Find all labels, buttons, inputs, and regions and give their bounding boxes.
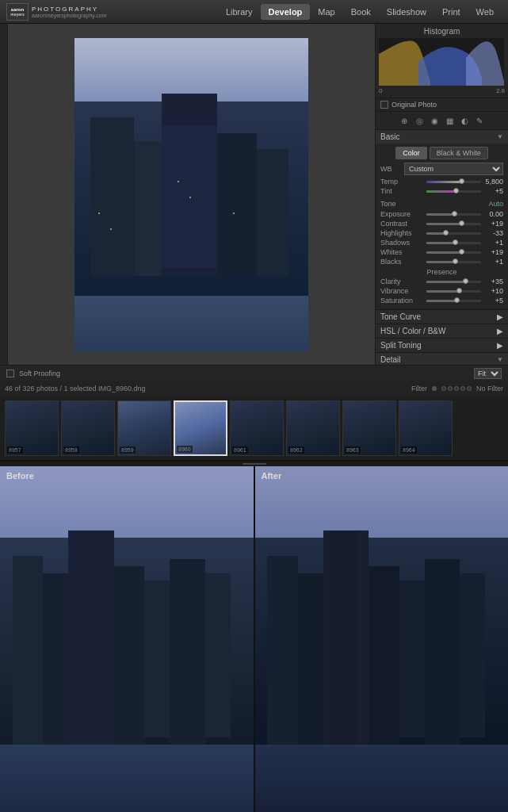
tab-library[interactable]: Library (218, 4, 261, 20)
original-photo-label: Original Photo (392, 101, 437, 109)
tone-curve-section[interactable]: Tone Curve ▶ (376, 310, 508, 324)
highlights-slider[interactable] (426, 232, 481, 235)
filmstrip-thumb-2[interactable]: 8958 (61, 400, 115, 456)
temp-row: Temp 5,800 (380, 178, 503, 186)
filmstrip-thumb-4-label: 8960 (177, 446, 193, 453)
nav-info: 46 of 326 photos / 1 selected IMG_8960.d… (5, 385, 146, 393)
before-building-3 (68, 530, 114, 745)
filmstrip-thumb-7-label: 8963 (345, 446, 361, 454)
blacks-slider[interactable] (426, 261, 481, 263)
vibrance-slider[interactable] (426, 290, 481, 293)
filmstrip-thumb-3[interactable]: 8959 (117, 400, 171, 456)
main-photo (74, 38, 308, 351)
basic-section-content: Color Black & White WB As Shot Custom Te… (376, 144, 508, 309)
photo-water (74, 296, 308, 351)
auto-btn[interactable]: Auto (488, 200, 503, 208)
after-photo (255, 466, 509, 812)
filmstrip-thumb-8[interactable]: 8964 (399, 400, 453, 456)
building-2 (134, 141, 166, 276)
building-light (98, 213, 100, 214)
before-building-4 (114, 566, 144, 745)
filmstrip-thumb-2-label: 8958 (63, 446, 79, 454)
temp-slider[interactable] (426, 181, 481, 183)
tab-web[interactable]: Web (468, 4, 502, 20)
saturation-row: Saturation +5 (380, 297, 503, 304)
clarity-slider[interactable] (426, 281, 481, 283)
wb-select[interactable]: As Shot Custom (404, 163, 503, 175)
filmstrip-thumb-4-selected[interactable]: 8960 (174, 400, 227, 456)
contrast-slider[interactable] (426, 223, 481, 225)
contrast-label: Contrast (380, 220, 424, 228)
filter-indicator (432, 386, 437, 391)
spot-removal-tool[interactable]: ◎ (413, 114, 426, 127)
before-panel: Before (0, 466, 254, 812)
rating-dots (441, 386, 472, 391)
vibrance-value: +10 (483, 287, 503, 295)
graduated-filter-tool[interactable]: ▦ (443, 114, 456, 127)
building-light (233, 213, 235, 214)
filmstrip-thumb-7[interactable]: 8963 (342, 400, 396, 456)
treatment-bw-btn[interactable]: Black & White (430, 147, 488, 159)
split-toning-section[interactable]: Split Toning ▶ (376, 339, 508, 353)
crop-tool[interactable]: ⊕ (398, 114, 411, 127)
filter-label: Filter (411, 385, 427, 393)
view-mode-select[interactable]: Fit Fill 1:1 (474, 368, 502, 379)
saturation-label: Saturation (380, 297, 424, 304)
highlights-label: Highlights (380, 229, 424, 237)
detail-section-header[interactable]: Detail ▼ (376, 353, 508, 365)
rating-dot-2[interactable] (448, 386, 453, 391)
filmstrip: 8957 8958 8959 8960 8961 8962 8963 8964 (0, 396, 508, 462)
original-photo-checkbox[interactable] (380, 101, 388, 109)
whites-label: Whites (380, 248, 424, 256)
hsl-section[interactable]: HSL / Color / B&W ▶ (376, 324, 508, 339)
filmstrip-thumb-1[interactable]: 8957 (5, 400, 59, 456)
tab-book[interactable]: Book (343, 4, 379, 20)
tab-map[interactable]: Map (310, 4, 342, 20)
soft-proofing-bar: Soft Proofing Fit Fill 1:1 (0, 365, 508, 381)
filmstrip-thumb-8-label: 8964 (401, 446, 417, 454)
basic-panel-section: Basic ▼ Color Black & White WB As Shot C… (376, 130, 508, 310)
filmstrip-thumb-5-label: 8961 (232, 446, 248, 454)
basic-collapse-arrow: ▼ (497, 133, 503, 140)
tab-print[interactable]: Print (434, 4, 468, 20)
exposure-slider[interactable] (426, 213, 481, 216)
soft-proofing-label: Soft Proofing (19, 370, 60, 377)
tint-slider[interactable] (426, 190, 481, 193)
no-filter-label: No Filter (476, 385, 503, 393)
before-photo (0, 466, 254, 812)
filmstrip-thumb-6[interactable]: 8962 (286, 400, 340, 456)
whites-slider[interactable] (426, 251, 481, 254)
after-building-5 (399, 580, 425, 737)
wb-row: WB As Shot Custom (380, 163, 503, 175)
filmstrip-toolbar: 46 of 326 photos / 1 selected IMG_8960.d… (0, 381, 508, 396)
soft-proofing-checkbox[interactable] (6, 370, 14, 377)
blacks-row: Blacks +1 (380, 258, 503, 266)
rating-dot-5[interactable] (467, 386, 472, 391)
rating-dot-4[interactable] (460, 386, 465, 391)
rating-dot-3[interactable] (454, 386, 459, 391)
tab-develop[interactable]: Develop (261, 4, 311, 20)
after-building-1 (267, 556, 297, 753)
redeye-tool[interactable]: ◉ (428, 114, 441, 127)
before-label: Before (6, 471, 34, 481)
filmstrip-thumb-5[interactable]: 8961 (230, 400, 284, 456)
shadows-slider[interactable] (426, 242, 481, 244)
tab-slideshow[interactable]: Slideshow (379, 4, 434, 20)
logo-box: aaron meyers (6, 3, 29, 21)
rating-dot-1[interactable] (441, 386, 446, 391)
temp-value: 5,800 (483, 178, 503, 186)
top-bar: aaron meyers PHOTOGRAPHY aaronmeyersphot… (0, 0, 508, 24)
basic-section-header[interactable]: Basic ▼ (376, 130, 508, 144)
radial-filter-tool[interactable]: ◐ (458, 114, 471, 127)
tint-label: Tint (380, 187, 424, 195)
detail-collapse-arrow: ▼ (497, 356, 503, 363)
adjustment-brush-tool[interactable]: ✎ (473, 114, 486, 127)
treatment-color-btn[interactable]: Color (395, 147, 427, 159)
saturation-slider[interactable] (426, 300, 481, 302)
shadows-value: +1 (483, 239, 503, 247)
wb-label: WB (380, 165, 404, 173)
after-building-7 (460, 573, 485, 737)
resize-indicator (243, 463, 266, 465)
saturation-value: +5 (483, 297, 503, 304)
before-after-panels: Before After (0, 466, 508, 812)
